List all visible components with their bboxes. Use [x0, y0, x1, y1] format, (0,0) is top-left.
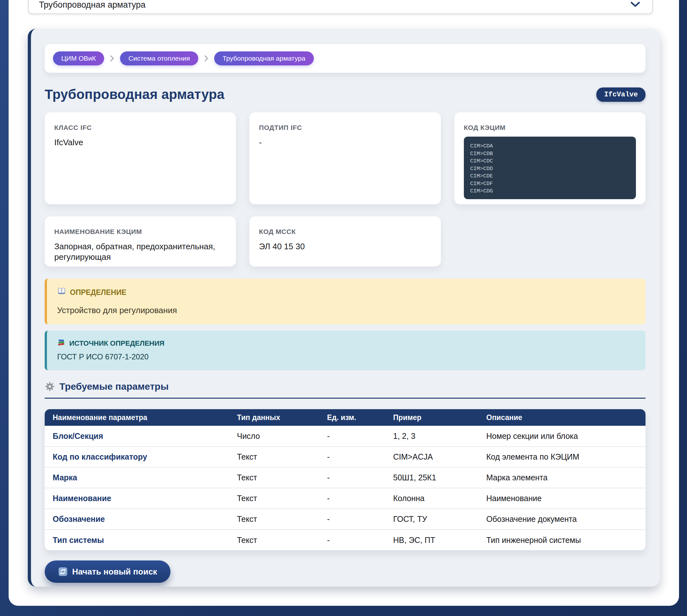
unit-cell: - — [327, 426, 393, 446]
kecim-code-lines: CIM>CDA CIM>CDB CIM>CDC CIM>CDD CIM>CDE … — [470, 142, 629, 195]
chevron-down-icon — [630, 2, 640, 8]
breadcrumb-item-cim-ovik[interactable]: ЦИМ ОВиК — [53, 51, 104, 65]
parameter-name-cell: Наименование — [45, 488, 237, 509]
unit-cell: - — [327, 529, 393, 550]
breadcrumb: ЦИМ ОВиК Система отопления Трубопроводна… — [45, 44, 645, 73]
table-body: Блок/СекцияЧисло-1, 2, 3Номер секции или… — [45, 426, 645, 550]
data-type-cell: Текст — [237, 467, 327, 488]
card-mssk-code: КОД МССК ЭЛ 40 15 30 — [249, 216, 441, 266]
description-cell: Обозначение документа — [486, 509, 645, 529]
breadcrumb-label: Трубопроводная арматура — [222, 54, 305, 62]
column-header-name: Наименование параметра — [45, 409, 237, 426]
card-label: КОД КЭЦИМ — [464, 124, 636, 132]
table-row: ОбозначениеТекст-ГОСТ, ТУОбозначение док… — [45, 509, 645, 529]
card-label: НАИМЕНОВАНИЕ КЭЦИМ — [54, 228, 226, 236]
info-cards-row-2: НАИМЕНОВАНИЕ КЭЦИМ Запорная, обратная, п… — [45, 216, 645, 266]
description-cell: Наименование — [486, 488, 645, 509]
page-background: Трубопроводная арматура ЦИМ ОВиК Система… — [0, 0, 687, 616]
data-type-cell: Текст — [237, 488, 327, 509]
description-cell: Марка элемента — [486, 467, 645, 488]
card-value: Запорная, обратная, предохранительная, р… — [54, 241, 226, 262]
classifier-select-value: Трубопроводная арматура — [39, 0, 146, 10]
definition-callout: ОПРЕДЕЛЕНИЕ Устройство для регулирования — [45, 279, 645, 324]
definition-source-title: ИСТОЧНИК ОПРЕДЕЛЕНИЯ — [69, 339, 165, 348]
section-divider — [45, 398, 645, 399]
description-cell: Тип инженерной системы — [486, 529, 645, 550]
parameter-name-cell: Блок/Секция — [45, 426, 237, 446]
new-search-button[interactable]: Начать новый поиск — [45, 560, 170, 583]
column-header-unit: Ед. изм. — [327, 409, 393, 426]
content-panel: ЦИМ ОВиК Система отопления Трубопроводна… — [28, 29, 660, 587]
breadcrumb-label: ЦИМ ОВиК — [61, 54, 96, 62]
breadcrumb-label: Система отопления — [128, 54, 190, 62]
chevron-right-icon — [204, 55, 209, 62]
table-row: Блок/СекцияЧисло-1, 2, 3Номер секции или… — [45, 426, 645, 446]
column-header-type: Тип данных — [237, 409, 327, 426]
card-label: ПОДТИП IFC — [259, 124, 431, 132]
card-ifc-class: КЛАСС IFC IfcValve — [45, 112, 236, 204]
new-search-button-label: Начать новый поиск — [72, 567, 157, 577]
table-header: Наименование параметра Тип данных Ед. из… — [45, 409, 645, 426]
example-cell: 1, 2, 3 — [393, 426, 487, 446]
unit-cell: - — [327, 509, 393, 529]
definition-source-text: ГОСТ Р ИСО 6707-1-2020 — [57, 352, 635, 361]
kecim-code-block: CIM>CDA CIM>CDB CIM>CDC CIM>CDD CIM>CDE … — [464, 137, 636, 199]
card-label: КОД МССК — [259, 228, 431, 236]
parameter-name-cell: Код по классификатору — [45, 446, 237, 467]
open-book-icon — [57, 288, 66, 297]
data-type-cell: Число — [237, 426, 327, 446]
parameter-name-cell: Обозначение — [45, 509, 237, 529]
card-value: - — [259, 137, 431, 148]
refresh-icon — [58, 567, 68, 576]
outer-card: Трубопроводная арматура ЦИМ ОВиК Система… — [8, 0, 679, 606]
example-cell: НВ, ЭС, ПТ — [393, 529, 487, 550]
example-cell: 50Ш1, 25К1 — [393, 467, 487, 488]
example-cell: ГОСТ, ТУ — [393, 509, 487, 529]
unit-cell: - — [327, 467, 393, 488]
definition-text: Устройство для регулирования — [57, 305, 635, 315]
chevron-right-icon — [110, 55, 114, 62]
unit-cell: - — [327, 488, 393, 509]
parameter-name-cell: Марка — [45, 467, 237, 488]
definition-title: ОПРЕДЕЛЕНИЕ — [70, 288, 126, 297]
card-value: IfcValve — [54, 137, 226, 148]
ifc-class-badge: IfcValve — [596, 87, 645, 102]
table-row: Тип системыТекст-НВ, ЭС, ПТТип инженерно… — [45, 529, 645, 550]
description-cell: Код элемента по КЭЦИМ — [486, 446, 645, 467]
column-header-description: Описание — [486, 409, 645, 426]
example-cell: Колонна — [393, 488, 487, 509]
card-label: КЛАСС IFC — [54, 124, 226, 132]
description-cell: Номер секции или блока — [486, 426, 645, 446]
info-cards-row-1: КЛАСС IFC IfcValve ПОДТИП IFC - КОД КЭЦИ… — [45, 112, 645, 204]
page-title: Трубопроводная арматура — [45, 87, 224, 102]
table-row: НаименованиеТекст-КолоннаНаименование — [45, 488, 645, 509]
parameters-section-title: Требуемые параметры — [59, 381, 169, 392]
classifier-select[interactable]: Трубопроводная арматура — [28, 0, 653, 14]
unit-cell: - — [327, 446, 393, 467]
definition-source-callout: ИСТОЧНИК ОПРЕДЕЛЕНИЯ ГОСТ Р ИСО 6707-1-2… — [45, 331, 645, 370]
table-row: МаркаТекст-50Ш1, 25К1Марка элемента — [45, 467, 645, 488]
parameter-name-cell: Тип системы — [45, 529, 237, 550]
data-type-cell: Текст — [237, 529, 327, 550]
card-ifc-subtype: ПОДТИП IFC - — [249, 112, 441, 204]
breadcrumb-item-heating-system[interactable]: Система отопления — [120, 51, 198, 65]
books-icon — [57, 338, 65, 349]
column-header-example: Пример — [393, 409, 487, 426]
card-value: ЭЛ 40 15 30 — [259, 241, 431, 252]
card-kecim-code: КОД КЭЦИМ CIM>CDA CIM>CDB CIM>CDC CIM>CD… — [454, 112, 645, 204]
card-kecim-name: НАИМЕНОВАНИЕ КЭЦИМ Запорная, обратная, п… — [45, 216, 236, 266]
data-type-cell: Текст — [237, 509, 327, 529]
gear-icon — [45, 381, 55, 392]
example-cell: CIM>ACJA — [393, 446, 487, 467]
data-type-cell: Текст — [237, 446, 327, 467]
breadcrumb-item-pipeline-valves[interactable]: Трубопроводная арматура — [214, 51, 314, 65]
table-row: Код по классификаторуТекст-CIM>ACJAКод э… — [45, 446, 645, 467]
parameters-table: Наименование параметра Тип данных Ед. из… — [45, 409, 645, 550]
